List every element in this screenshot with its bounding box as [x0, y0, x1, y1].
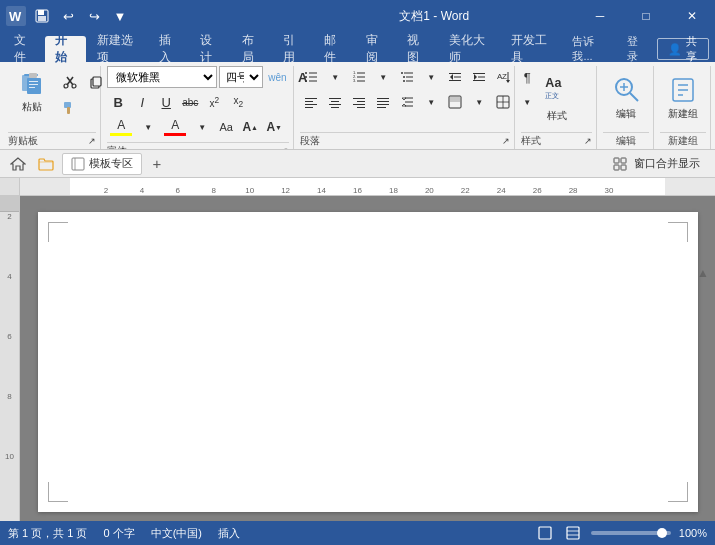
tab-tell-me[interactable]: 告诉我... [562, 38, 614, 60]
tab-insert[interactable]: 插入 [149, 36, 189, 62]
home-toolbar-btn[interactable] [6, 153, 30, 175]
justify-button[interactable] [372, 91, 394, 113]
bullets-button[interactable] [300, 66, 322, 88]
subscript-label: x2 [234, 95, 244, 109]
shading-button[interactable] [444, 91, 466, 113]
align-left-button[interactable] [300, 91, 322, 113]
zoom-thumb[interactable] [657, 528, 667, 538]
borders-button[interactable] [492, 91, 514, 113]
add-tab-button[interactable]: + [146, 153, 168, 175]
svg-marker-86 [11, 158, 25, 170]
bold-button[interactable]: B [107, 91, 129, 113]
svg-rect-53 [305, 107, 313, 108]
folder-toolbar-btn[interactable] [34, 153, 58, 175]
align-right-button[interactable] [348, 91, 370, 113]
cut-button[interactable] [58, 70, 82, 94]
tab-login[interactable]: 登录 [617, 38, 654, 60]
window-title: 文档1 - Word [292, 8, 578, 25]
ruler-mark: 22 [461, 186, 470, 195]
shading-dropdown[interactable]: ▼ [468, 91, 490, 113]
tab-design[interactable]: 设计 [190, 36, 230, 62]
word-count: 0 个字 [103, 526, 134, 541]
underline-button[interactable]: U [155, 91, 177, 113]
style-group-label: 样式 ↗ [521, 132, 592, 149]
center-button[interactable] [324, 91, 346, 113]
font-family-selector[interactable]: 微软雅黑 [107, 66, 217, 88]
svg-rect-62 [377, 98, 389, 99]
editing-button[interactable]: 编辑 [603, 72, 649, 124]
numbering-dropdown[interactable]: ▼ [372, 66, 394, 88]
tab-view[interactable]: 视图 [397, 36, 437, 62]
document-area[interactable] [20, 196, 715, 521]
svg-rect-90 [621, 158, 626, 163]
change-case-btn[interactable]: Aa [215, 116, 237, 138]
style-dialog-icon[interactable]: ↗ [584, 136, 592, 146]
ribbon-collapse-button[interactable]: ▲ [695, 62, 711, 150]
wen-format-btn[interactable]: wên [265, 66, 289, 88]
italic-button[interactable]: I [131, 91, 153, 113]
tab-layout[interactable]: 布局 [232, 36, 272, 62]
tab-file[interactable]: 文件 [4, 36, 44, 62]
font-color-btn[interactable]: A [161, 116, 189, 138]
document-page[interactable] [38, 212, 698, 512]
para-dialog-icon[interactable]: ↗ [502, 136, 510, 146]
tab-developer[interactable]: 开发工具 [501, 36, 562, 62]
clipboard-group-content: 粘贴 [8, 66, 96, 130]
zoom-slider[interactable] [591, 531, 671, 535]
template-zone-btn[interactable]: 模板专区 [62, 153, 142, 175]
print-layout-btn[interactable] [535, 523, 555, 543]
save-quick-btn[interactable] [30, 4, 54, 28]
input-mode[interactable]: 插入 [218, 526, 240, 541]
vertical-ruler-mark: 10 [0, 452, 19, 461]
line-spacing-button[interactable] [396, 91, 418, 113]
clipboard-dialog-icon[interactable]: ↗ [88, 136, 96, 146]
font-shading-btn[interactable]: A [107, 116, 135, 138]
restore-button[interactable]: □ [623, 0, 669, 32]
multilevel-list-button[interactable] [396, 66, 418, 88]
quick-access-dropdown[interactable]: ▼ [108, 4, 132, 28]
format-painter-button[interactable] [58, 96, 82, 120]
share-icon: 👤 [668, 43, 682, 56]
decrease-indent-button[interactable] [444, 66, 466, 88]
svg-rect-9 [29, 81, 38, 82]
status-bar: 第 1 页，共 1 页 0 个字 中文(中国) 插入 100% [0, 521, 715, 545]
tab-references[interactable]: 引用 [273, 36, 313, 62]
tab-new-options[interactable]: 新建选项 [87, 36, 148, 62]
svg-point-15 [72, 84, 76, 88]
horizontal-ruler: 24681012141618202224262830 [0, 178, 715, 196]
paste-button[interactable]: 粘贴 [8, 66, 56, 118]
tab-review[interactable]: 审阅 [356, 36, 396, 62]
font-color-bar [164, 133, 186, 136]
web-layout-btn[interactable] [563, 523, 583, 543]
increase-indent-button[interactable] [468, 66, 490, 88]
bullets-dropdown[interactable]: ▼ [324, 66, 346, 88]
tab-home[interactable]: 开始 [45, 36, 85, 62]
subscript-button[interactable]: x2 [227, 91, 249, 113]
svg-rect-44 [478, 77, 485, 78]
multilevel-dropdown[interactable]: ▼ [420, 66, 442, 88]
font-size-selector[interactable]: 四号 [219, 66, 263, 88]
strikethrough-button[interactable]: abc [179, 91, 201, 113]
undo-quick-btn[interactable]: ↩ [56, 4, 80, 28]
svg-rect-4 [38, 16, 46, 21]
minimize-button[interactable]: ─ [577, 0, 623, 32]
page-info: 第 1 页，共 1 页 [8, 526, 87, 541]
styles-button[interactable]: Aa 正文 样式 [531, 72, 583, 124]
tab-beautify[interactable]: 美化大师 [439, 36, 500, 62]
svg-rect-45 [473, 80, 485, 81]
svg-rect-31 [357, 81, 365, 82]
numbering-button[interactable]: 1.2.3. [348, 66, 370, 88]
redo-quick-btn[interactable]: ↪ [82, 4, 106, 28]
highlight-dropdown[interactable]: ▼ [137, 116, 159, 138]
shrink-font-btn[interactable]: A▼ [263, 116, 285, 138]
font-color-dropdown[interactable]: ▼ [191, 116, 213, 138]
line-spacing-dropdown[interactable]: ▼ [420, 91, 442, 113]
svg-rect-51 [305, 101, 313, 102]
superscript-button[interactable]: x2 [203, 91, 225, 113]
tab-mailing[interactable]: 邮件 [314, 36, 354, 62]
svg-rect-92 [621, 165, 626, 170]
window-merge-button[interactable]: 窗口合并显示 [604, 153, 709, 175]
svg-rect-8 [29, 73, 37, 78]
grow-font-btn[interactable]: A▲ [239, 116, 261, 138]
sort-button[interactable]: AZ [492, 66, 514, 88]
